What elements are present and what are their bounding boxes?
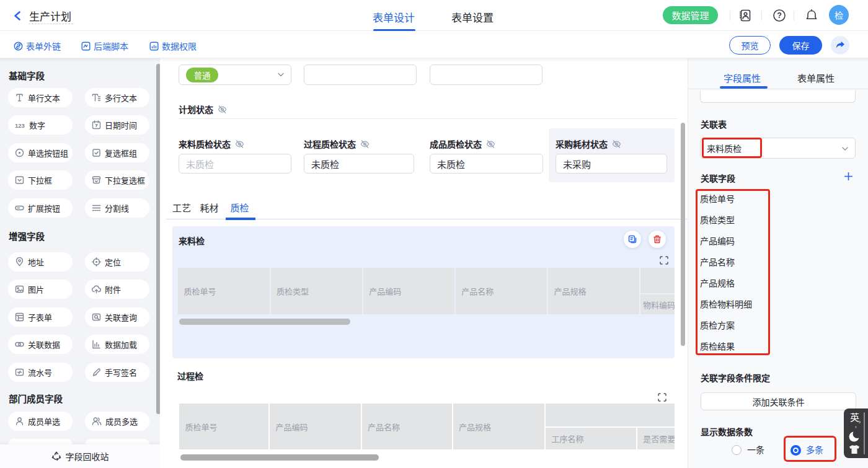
svg-text:?: ?	[777, 11, 782, 20]
svg-text:123: 123	[15, 122, 25, 129]
